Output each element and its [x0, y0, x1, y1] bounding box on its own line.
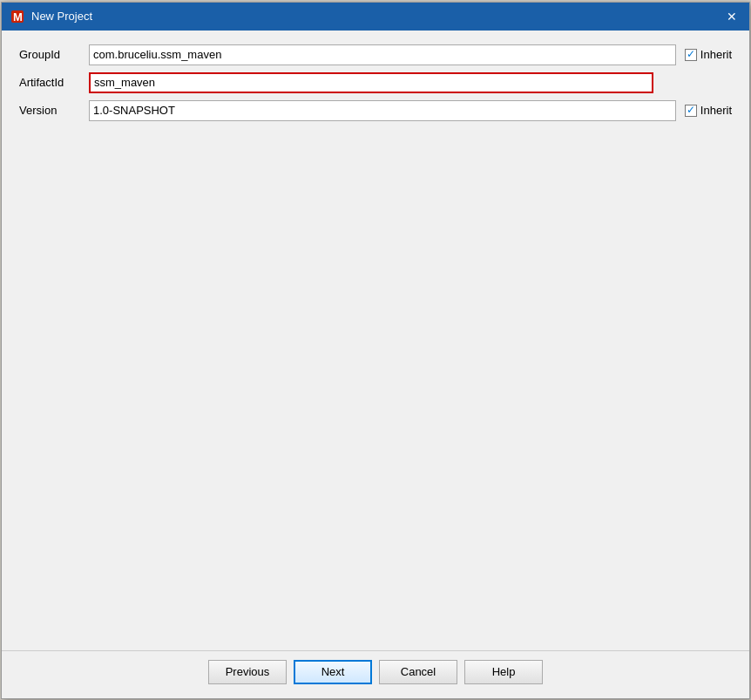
version-row: Version Inherit	[19, 100, 732, 121]
version-field-wrapper	[89, 100, 676, 121]
close-button[interactable]: ✕	[723, 8, 741, 25]
artifactid-input[interactable]	[89, 72, 653, 93]
version-label: Version	[19, 104, 89, 117]
next-button[interactable]: Next	[294, 660, 372, 684]
cancel-button[interactable]: Cancel	[379, 660, 457, 684]
content-area: GroupId Inherit ArtifactId Version	[2, 31, 749, 650]
groupid-inherit-label: Inherit	[700, 48, 732, 61]
dialog-wrapper: M New Project ✕ GroupId Inherit Art	[0, 0, 751, 700]
artifactid-label: ArtifactId	[19, 76, 89, 89]
help-button[interactable]: Help	[464, 660, 543, 684]
groupid-field-wrapper	[89, 44, 676, 65]
groupid-label: GroupId	[19, 48, 89, 61]
new-project-dialog: M New Project ✕ GroupId Inherit Art	[1, 2, 750, 699]
version-input[interactable]	[89, 100, 676, 121]
title-bar: M New Project ✕	[2, 3, 749, 31]
dialog-title: New Project	[31, 10, 723, 23]
version-inherit-checkbox[interactable]	[685, 105, 697, 117]
previous-button[interactable]: Previous	[208, 660, 287, 684]
artifactid-field-wrapper	[89, 72, 653, 93]
version-inherit-label: Inherit	[700, 104, 732, 117]
svg-text:M: M	[13, 10, 23, 24]
app-icon: M	[10, 10, 24, 24]
version-inherit-wrapper: Inherit	[685, 104, 732, 117]
groupid-inherit-checkbox[interactable]	[685, 49, 697, 61]
artifactid-row: ArtifactId	[19, 72, 732, 93]
groupid-inherit-wrapper: Inherit	[685, 48, 732, 61]
groupid-input[interactable]	[89, 44, 676, 65]
groupid-row: GroupId Inherit	[19, 44, 732, 65]
button-bar: Previous Next Cancel Help	[2, 650, 749, 698]
